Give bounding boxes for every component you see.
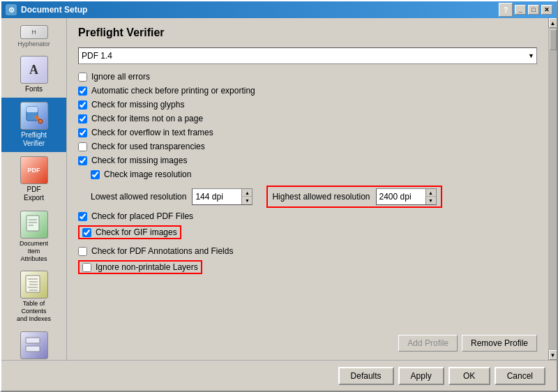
maximize-button[interactable]: □ bbox=[528, 5, 539, 15]
profile-select[interactable]: PDF 1.4 PDF 1.5 PDF/X-1a PDF/X-3 bbox=[78, 47, 537, 64]
lowest-res-spinbox: ▲ ▼ bbox=[192, 188, 252, 205]
titlebar: ⚙ Document Setup ? _ □ ✕ bbox=[1, 1, 557, 18]
sections-icon bbox=[20, 331, 48, 359]
add-profile-button[interactable]: Add Profile bbox=[398, 335, 458, 352]
scrollbar-vertical: ▲ ▼ bbox=[548, 18, 557, 360]
scroll-up-btn[interactable]: ▲ bbox=[549, 18, 557, 28]
svg-point-2 bbox=[38, 119, 43, 123]
titlebar-left: ⚙ Document Setup bbox=[6, 4, 87, 15]
highest-res-label: Highest allowed resolution bbox=[272, 192, 370, 202]
titlebar-controls: ? _ □ ✕ bbox=[499, 3, 552, 17]
ignore-errors-checkbox[interactable] bbox=[78, 73, 87, 82]
non-printable-checkbox[interactable] bbox=[82, 263, 91, 272]
sidebar-item-label: PDFExport bbox=[24, 186, 44, 202]
missing-glyphs-label[interactable]: Check for missing glyphs bbox=[91, 100, 184, 110]
placed-pdf-checkbox[interactable] bbox=[78, 212, 87, 221]
profile-buttons: Add Profile Remove Profile bbox=[78, 328, 537, 352]
lowest-res-input[interactable] bbox=[193, 189, 241, 204]
checkbox-not-on-page: Check for items not on a page bbox=[78, 113, 537, 124]
hyphen-icon: H bbox=[20, 25, 48, 39]
sidebar-item-preflight[interactable]: PreflightVerifier bbox=[1, 98, 66, 152]
panel-title: Preflight Verifier bbox=[78, 27, 537, 39]
scroll-thumb[interactable] bbox=[550, 29, 557, 50]
checkbox-placed-pdf: Check for placed PDF Files bbox=[78, 211, 537, 222]
sidebar-item-label: Table ofContentsand Indexes bbox=[17, 300, 51, 322]
app-icon: ⚙ bbox=[6, 4, 17, 15]
spinbox-buttons-high: ▲ ▼ bbox=[425, 189, 436, 204]
sidebar-item-doc-item[interactable]: DocumentItemAttributes bbox=[1, 206, 66, 266]
missing-images-checkbox[interactable] bbox=[78, 156, 87, 165]
sidebar: H Hyphenator A Fonts PreflightVeri bbox=[1, 18, 67, 360]
sidebar-item-fonts[interactable]: A Fonts bbox=[1, 52, 66, 98]
lowest-res-down-btn[interactable]: ▼ bbox=[242, 197, 252, 204]
fonts-icon: A bbox=[20, 56, 48, 84]
main-panel: Preflight Verifier PDF 1.4 PDF 1.5 PDF/X… bbox=[67, 18, 548, 360]
select-wrapper: PDF 1.4 PDF 1.5 PDF/X-1a PDF/X-3 bbox=[78, 47, 537, 64]
window-body: H Hyphenator A Fonts PreflightVeri bbox=[1, 18, 557, 360]
sidebar-item-hyphenation[interactable]: H Hyphenator bbox=[1, 21, 66, 52]
scroll-down-btn[interactable]: ▼ bbox=[549, 350, 557, 360]
close-button[interactable]: ✕ bbox=[541, 5, 552, 15]
ok-button[interactable]: OK bbox=[448, 367, 490, 385]
nonprintable-highlight-group: Ignore non-printable Layers bbox=[78, 260, 202, 274]
highest-res-input[interactable] bbox=[377, 189, 425, 204]
lowest-res-label: Lowest allowed resolution bbox=[91, 192, 186, 202]
document-setup-window: ⚙ Document Setup ? _ □ ✕ H Hyphenator A … bbox=[0, 0, 558, 392]
checkbox-pdf-annotations: Check for PDF Annotations and Fields bbox=[78, 246, 537, 257]
missing-glyphs-checkbox[interactable] bbox=[78, 100, 87, 110]
gif-highlight-group: Check for GIF images bbox=[78, 225, 181, 239]
pdf-icon: PDF bbox=[20, 156, 48, 184]
checkbox-ignore-errors: Ignore all errors bbox=[78, 71, 537, 82]
remove-profile-button[interactable]: Remove Profile bbox=[462, 335, 537, 352]
defaults-button[interactable]: Defaults bbox=[338, 367, 394, 385]
overflow-label[interactable]: Check for overflow in text frames bbox=[91, 128, 213, 137]
checkbox-gif-row: Check for GIF images bbox=[78, 225, 537, 243]
sidebar-item-toc[interactable]: Table ofContentsand Indexes bbox=[1, 266, 66, 326]
gif-images-label[interactable]: Check for GIF images bbox=[96, 227, 177, 237]
lowest-res-up-btn[interactable]: ▲ bbox=[242, 189, 252, 197]
help-button[interactable]: ? bbox=[499, 3, 513, 17]
pdf-annotations-checkbox[interactable] bbox=[78, 247, 87, 256]
checkbox-missing-images: Check for missing images bbox=[78, 155, 537, 166]
scroll-track bbox=[548, 28, 557, 350]
checkbox-image-res: Check image resolution bbox=[78, 169, 537, 180]
svg-rect-1 bbox=[27, 107, 38, 112]
window-title: Document Setup bbox=[21, 5, 87, 15]
checkbox-overflow: Check for overflow in text frames bbox=[78, 127, 537, 138]
sidebar-item-label: PreflightVerifier bbox=[21, 131, 47, 148]
image-resolution-label[interactable]: Check image resolution bbox=[104, 169, 191, 179]
checkbox-nonprintable-row: Ignore non-printable Layers bbox=[78, 259, 537, 278]
ignore-errors-label[interactable]: Ignore all errors bbox=[91, 72, 150, 82]
auto-check-label[interactable]: Automatic check before printing or expor… bbox=[91, 86, 255, 96]
missing-images-label[interactable]: Check for missing images bbox=[91, 156, 187, 165]
highest-res-spinbox: ▲ ▼ bbox=[376, 188, 437, 205]
not-on-page-checkbox[interactable] bbox=[78, 114, 87, 123]
not-on-page-label[interactable]: Check for items not on a page bbox=[91, 114, 203, 123]
checkbox-missing-glyphs: Check for missing glyphs bbox=[78, 99, 537, 110]
transparencies-label[interactable]: Check for used transparencies bbox=[91, 142, 205, 151]
highest-res-up-btn[interactable]: ▲ bbox=[426, 189, 436, 197]
pdf-annotations-label[interactable]: Check for PDF Annotations and Fields bbox=[91, 246, 233, 256]
cancel-button[interactable]: Cancel bbox=[495, 367, 545, 385]
sidebar-item-label: Fonts bbox=[25, 85, 43, 93]
highest-res-down-btn[interactable]: ▼ bbox=[426, 197, 436, 204]
footer: Defaults Apply OK Cancel bbox=[1, 360, 557, 391]
sidebar-item-pdf[interactable]: PDF PDFExport bbox=[1, 152, 66, 206]
apply-button[interactable]: Apply bbox=[398, 367, 444, 385]
profile-dropdown-row: PDF 1.4 PDF 1.5 PDF/X-1a PDF/X-3 bbox=[78, 47, 537, 64]
transparencies-checkbox[interactable] bbox=[78, 142, 87, 151]
auto-check-checkbox[interactable] bbox=[78, 86, 87, 96]
image-resolution-checkbox[interactable] bbox=[91, 170, 100, 179]
svg-rect-13 bbox=[26, 338, 40, 343]
overflow-checkbox[interactable] bbox=[78, 128, 87, 137]
checkbox-transparencies: Check for used transparencies bbox=[78, 141, 537, 152]
svg-rect-3 bbox=[27, 216, 39, 231]
svg-rect-14 bbox=[26, 346, 40, 352]
minimize-button[interactable]: _ bbox=[515, 5, 526, 15]
non-printable-label[interactable]: Ignore non-printable Layers bbox=[96, 262, 198, 272]
placed-pdf-label[interactable]: Check for placed PDF Files bbox=[91, 211, 193, 221]
preflight-icon bbox=[20, 102, 48, 130]
gif-images-checkbox[interactable] bbox=[82, 228, 91, 237]
sidebar-item-label: Hyphenator bbox=[17, 40, 50, 47]
sidebar-item-sections[interactable]: Sections bbox=[1, 327, 66, 360]
